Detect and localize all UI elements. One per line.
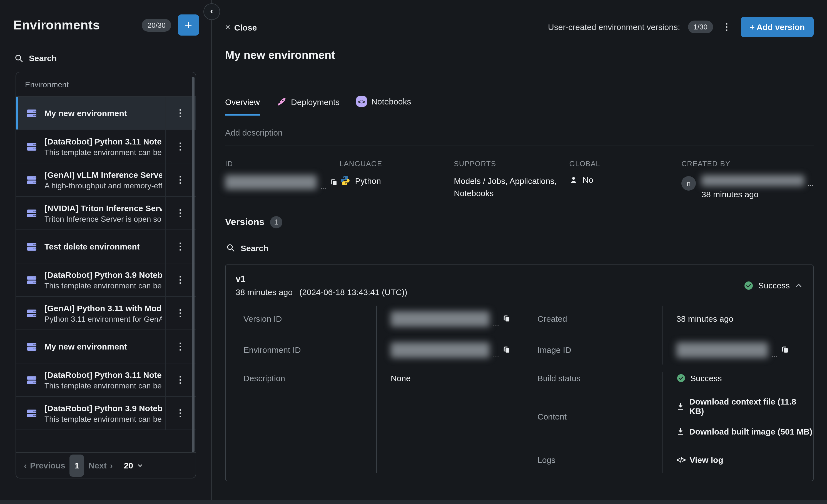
header-kebab-menu-icon[interactable]: ⋮: [721, 21, 733, 33]
environment-description: Python 3.11 environment for GenAI c: [44, 314, 162, 323]
image-id-redacted-value: [676, 342, 768, 358]
environment-row[interactable]: [NVIDIA] Triton Inference Server (24. Tr…: [16, 197, 196, 230]
environment-row[interactable]: My new environment ⋮: [16, 330, 196, 363]
page-size-select[interactable]: 20: [124, 461, 143, 470]
environment-row-main[interactable]: My new environment: [16, 330, 165, 363]
environment-row[interactable]: [DataRobot] Python 3.11 Notebook D This …: [16, 363, 196, 397]
sidebar-title: Environments: [13, 17, 100, 33]
list-scrollbar[interactable]: [192, 77, 195, 452]
version-card: v1 38 minutes ago (2024-06-18 13:43:41 (…: [225, 264, 814, 481]
header-actions: User-created environment versions: 1/30 …: [548, 17, 814, 37]
version-card-body: Version ID ...: [226, 300, 813, 481]
environment-row-main[interactable]: [GenAI] vLLM Inference Server (0.4.2 A h…: [16, 163, 165, 196]
copy-id-icon[interactable]: [330, 178, 338, 187]
close-icon: ×: [225, 22, 230, 32]
environment-row-main[interactable]: [DataRobot] Python 3.11 Notebook D This …: [16, 363, 165, 396]
download-icon: [676, 402, 685, 410]
global-value: No: [583, 175, 593, 185]
environment-row[interactable]: My new environment ⋮: [16, 97, 196, 130]
environments-sidebar: Environments 20/30 + Search Environment: [0, 0, 212, 504]
description-value: None: [376, 365, 526, 391]
environment-row-main[interactable]: [GenAI] Python 3.11 with Moderation Pyth…: [16, 297, 165, 330]
page-size-value: 20: [124, 461, 133, 470]
tab-notebooks[interactable]: <> Notebooks: [356, 96, 411, 115]
environment-row-main[interactable]: [DataRobot] Python 3.9 Notebook Dr This …: [16, 397, 165, 430]
environment-row-main[interactable]: [NVIDIA] Triton Inference Server (24. Tr…: [16, 197, 165, 230]
copy-version-id-icon[interactable]: [502, 314, 511, 323]
code-icon: </>: [676, 456, 685, 464]
version-status-toggle[interactable]: Success: [744, 280, 803, 290]
environment-icon: [26, 307, 38, 319]
row-kebab-menu-icon[interactable]: ⋮: [165, 397, 196, 430]
copy-environment-id-icon[interactable]: [502, 346, 511, 354]
row-kebab-menu-icon[interactable]: ⋮: [165, 330, 196, 363]
person-icon: [569, 175, 578, 184]
row-kebab-menu-icon[interactable]: ⋮: [165, 230, 196, 263]
environment-row-main[interactable]: [DataRobot] Python 3.11 Notebook B This …: [16, 130, 165, 163]
add-version-button[interactable]: + Add version: [741, 17, 814, 37]
row-kebab-menu-icon[interactable]: ⋮: [165, 263, 196, 296]
environment-row[interactable]: [DataRobot] Python 3.9 Notebook Dr This …: [16, 397, 196, 430]
environment-icon: [26, 107, 38, 119]
created-by-label: CREATED BY: [681, 159, 814, 168]
environment-list-rows: My new environment ⋮ [DataRobot] Python …: [16, 97, 196, 452]
row-kebab-menu-icon[interactable]: ⋮: [165, 363, 196, 396]
notebooks-code-icon: <>: [356, 96, 367, 107]
add-environment-button[interactable]: +: [178, 14, 199, 36]
close-button[interactable]: × Close: [225, 22, 257, 32]
download-built-image-link[interactable]: Download built image (501 MB): [676, 427, 813, 436]
environment-name: My new environment: [44, 108, 127, 118]
current-page-button[interactable]: 1: [70, 454, 84, 476]
environment-texts: [GenAI] vLLM Inference Server (0.4.2 A h…: [44, 170, 162, 190]
environment-row-main[interactable]: [DataRobot] Python 3.9 Notebook Dr This …: [16, 263, 165, 296]
versions-count-badge: 1: [270, 216, 282, 228]
version-details-right: Created 38 minutes ago Image ID ...: [526, 303, 813, 481]
python-icon: [340, 175, 351, 186]
environment-row[interactable]: [GenAI] vLLM Inference Server (0.4.2 A h…: [16, 163, 196, 197]
collapse-sidebar-button[interactable]: ‹: [203, 3, 220, 20]
environment-row[interactable]: [GenAI] Python 3.11 with Moderation Pyth…: [16, 297, 196, 330]
environment-id-redacted-value: [391, 342, 490, 358]
list-pagination: ‹ Previous 1 Next › 20: [16, 452, 196, 478]
sidebar-search[interactable]: Search: [0, 36, 211, 63]
chevron-up-icon: [794, 281, 803, 290]
next-page-button[interactable]: Next ›: [89, 461, 113, 470]
view-log-link[interactable]: </> View log: [676, 455, 723, 464]
row-kebab-menu-icon[interactable]: ⋮: [165, 163, 196, 196]
copy-image-id-icon[interactable]: [781, 346, 789, 354]
global-field: GLOBAL No: [569, 159, 682, 199]
chevron-down-icon: [137, 462, 143, 469]
environment-id-label: Environment ID: [226, 334, 376, 365]
environment-row[interactable]: [DataRobot] Python 3.9 Notebook Dr This …: [16, 263, 196, 297]
environment-texts: [DataRobot] Python 3.9 Notebook Dr This …: [44, 403, 162, 423]
environment-name: [DataRobot] Python 3.9 Notebook Dr: [44, 270, 162, 279]
environment-texts: My new environment: [44, 342, 127, 351]
id-redacted-value: [225, 175, 317, 190]
supports-value-line2: Notebooks: [454, 187, 569, 200]
environment-name: [DataRobot] Python 3.11 Notebook D: [44, 370, 162, 379]
search-icon: [226, 243, 235, 252]
horizontal-scrollbar[interactable]: [0, 500, 827, 504]
environment-row-main[interactable]: Test delete environment: [16, 230, 165, 263]
row-kebab-menu-icon[interactable]: ⋮: [165, 97, 196, 130]
version-name: v1: [236, 274, 407, 284]
environment-description: Triton Inference Server is open sourc: [44, 214, 162, 223]
row-kebab-menu-icon[interactable]: ⋮: [165, 297, 196, 330]
tab-overview[interactable]: Overview: [225, 97, 260, 115]
download-context-file-link[interactable]: Download context file (11.8 KB): [676, 397, 813, 416]
id-field: ID ...: [225, 159, 340, 199]
search-icon: [14, 54, 23, 62]
tab-deployments[interactable]: Deployments: [277, 97, 340, 115]
environment-row-main[interactable]: My new environment: [16, 97, 165, 130]
previous-page-button[interactable]: ‹ Previous: [24, 461, 65, 470]
versions-search[interactable]: Search: [226, 243, 814, 253]
row-kebab-menu-icon[interactable]: ⋮: [165, 130, 196, 163]
created-by-time: 38 minutes ago: [701, 190, 814, 199]
add-description-field[interactable]: Add description: [225, 128, 814, 146]
app-root: Environments 20/30 + Search Environment: [0, 0, 827, 504]
environment-row[interactable]: [DataRobot] Python 3.11 Notebook B This …: [16, 130, 196, 163]
row-kebab-menu-icon[interactable]: ⋮: [165, 197, 196, 230]
environment-row[interactable]: Test delete environment ⋮: [16, 230, 196, 263]
environment-description: This template environment can be us: [44, 414, 162, 423]
tab-deployments-label: Deployments: [291, 97, 340, 106]
